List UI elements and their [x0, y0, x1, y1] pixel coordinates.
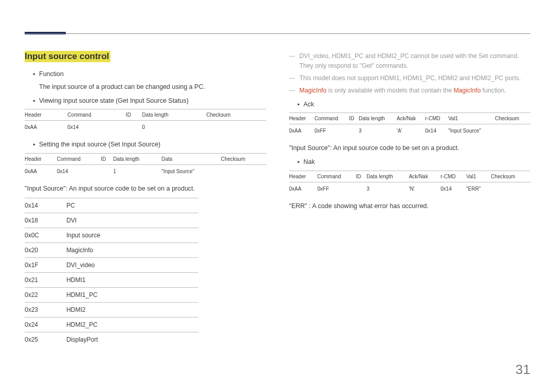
table-row: 0x21HDMI1 [25, 272, 198, 287]
th: Command [317, 171, 356, 182]
td: HDMI1_PC [66, 287, 198, 302]
td: 1 [113, 164, 161, 178]
td: MagicInfo [66, 242, 198, 257]
th-command: Command [67, 109, 126, 121]
th-header: Header [25, 153, 57, 164]
th-command: Command [57, 153, 101, 164]
td: 0x14 [425, 124, 448, 138]
td [491, 182, 530, 195]
section-title-wrap: Input source control [25, 51, 266, 62]
th: Val1 [448, 113, 495, 124]
accent-magicinfo-1: MagicInfo [300, 87, 327, 94]
note3-mid: is only available with models that conta… [326, 87, 453, 94]
note-1: DVI_video, HDMI1_PC and HDMI2_PC cannot … [289, 51, 531, 71]
bullet-view-state: Viewing input source state (Get Input So… [25, 96, 266, 106]
td [101, 164, 113, 178]
td: HDMI2_PC [66, 317, 198, 332]
th: Ack/Nak [397, 113, 425, 124]
table-row: 0x22HDMI1_PC [25, 287, 198, 302]
table-row: 0xAA 0x14 0 [25, 121, 266, 134]
th: Checksum [495, 113, 530, 124]
table-row: 0x0CInput source [25, 228, 198, 242]
td: 0x1F [25, 257, 66, 272]
td: 'N' [409, 182, 441, 195]
page: Input source control Function The input … [0, 0, 555, 392]
td: 0xAA [289, 124, 314, 138]
th-datalen: Data length [142, 109, 207, 121]
table-row: 0x24HDMI2_PC [25, 317, 198, 332]
td: 0x18 [25, 213, 66, 228]
td [206, 121, 266, 134]
th: Header [289, 171, 318, 182]
table-row: 0xAA 0xFF 3 'N' 0x14 "ERR" [289, 182, 531, 195]
td: 0x14 [57, 164, 101, 178]
table-row: Header Command ID Data length Ack/Nak r-… [289, 171, 531, 182]
table-row: Header Command ID Data length Checksum [25, 109, 266, 121]
td: 0x25 [25, 332, 66, 347]
td [349, 124, 359, 138]
th: Checksum [491, 171, 530, 182]
desc-err: "ERR" : A code showing what error has oc… [289, 201, 531, 211]
right-column: DVI_video, HDMI1_PC and HDMI2_PC cannot … [289, 51, 531, 347]
table-nak: Header Command ID Data length Ack/Nak r-… [289, 171, 531, 195]
td: "ERR" [466, 182, 491, 195]
td: 0x22 [25, 287, 66, 302]
table-ack: Header Command ID Data length Ack/Nak r-… [289, 113, 531, 137]
th-datalen: Data length [113, 153, 161, 164]
content-columns: Input source control Function The input … [25, 51, 530, 347]
td: 3 [359, 124, 397, 138]
th-id: ID [126, 109, 142, 121]
table-row: Header Command ID Data length Ack/Nak r-… [289, 113, 531, 124]
td: 0xFF [314, 124, 349, 138]
td: DVI_video [66, 257, 198, 272]
table-row: 0x18DVI [25, 213, 198, 228]
table-row: 0xAA 0xFF 3 'A' 0x14 "Input Source" [289, 124, 531, 138]
td: 0xAA [25, 164, 57, 178]
th: Data length [359, 113, 397, 124]
table-row: 0x14PC [25, 198, 198, 213]
td: 0x21 [25, 272, 66, 287]
td: "Input Source" [448, 124, 495, 138]
td: 0xFF [317, 182, 356, 195]
left-column: Input source control Function The input … [25, 51, 266, 347]
th-checksum: Checksum [221, 153, 266, 164]
bullet-list-left-2: Viewing input source state (Get Input So… [25, 96, 266, 106]
th: Val1 [466, 171, 491, 182]
table-row: Header Command ID Data length Data Check… [25, 153, 266, 164]
td [356, 182, 366, 195]
td: HDMI1 [66, 272, 198, 287]
desc-ack: "Input Source": An input source code to … [289, 143, 531, 153]
bullet-list-left-1: Function [25, 69, 266, 79]
td: 0x14 [67, 121, 126, 134]
table-row: 0x23HDMI2 [25, 302, 198, 317]
td: 0 [142, 121, 207, 134]
accent-magicinfo-2: MagicInfo [454, 87, 481, 94]
td: 0x14 [440, 182, 466, 195]
th: Ack/Nak [409, 171, 441, 182]
bullet-set-source: Setting the input source (Set Input Sour… [25, 140, 266, 150]
th: ID [356, 171, 366, 182]
td: 0x14 [25, 198, 66, 213]
table-row: 0xAA 0x14 1 "Input Source" [25, 164, 266, 178]
bullet-nak: Nak [289, 157, 531, 167]
bullet-ack-list: Ack [289, 100, 531, 109]
table-row: 0x1FDVI_video [25, 257, 198, 272]
th: Command [314, 113, 349, 124]
td [221, 164, 266, 178]
bullet-function: Function [25, 69, 266, 79]
table-row: 0x20MagicInfo [25, 242, 198, 257]
td: "Input Source" [161, 164, 221, 178]
td: 0x23 [25, 302, 66, 317]
page-number: 31 [515, 362, 530, 378]
table-set-source: Header Command ID Data length Data Check… [25, 153, 266, 178]
td: 0x0C [25, 228, 66, 242]
note3-end: function. [480, 87, 506, 94]
th-header: Header [25, 109, 67, 121]
td: 0xAA [25, 121, 67, 134]
th: r-CMD [440, 171, 466, 182]
bullet-nak-list: Nak [289, 157, 531, 167]
td: 0xAA [289, 182, 318, 195]
td: 0x20 [25, 242, 66, 257]
section-title: Input source control [25, 51, 110, 62]
table-source-codes: 0x14PC0x18DVI0x0CInput source0x20MagicIn… [25, 198, 198, 347]
